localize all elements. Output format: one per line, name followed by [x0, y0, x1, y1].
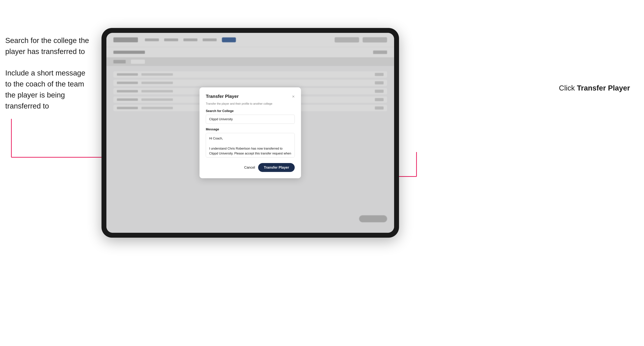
modal-header: Transfer Player ×: [206, 94, 295, 99]
close-icon[interactable]: ×: [292, 94, 295, 99]
message-label: Message: [206, 128, 295, 131]
modal-subtitle: Transfer the player and their profile to…: [206, 102, 295, 105]
modal-footer: Cancel Transfer Player: [206, 163, 295, 172]
modal-overlay: Transfer Player × Transfer the player an…: [106, 33, 394, 233]
tablet-frame: Update Roster: [102, 28, 399, 238]
message-textarea[interactable]: Hi Coach, I understand Chris Robertson h…: [206, 133, 295, 158]
annotation-search-text: Search for the college the player has tr…: [5, 35, 93, 57]
modal-title: Transfer Player: [206, 94, 239, 99]
search-college-input[interactable]: [206, 115, 295, 124]
annotation-left: Search for the college the player has tr…: [5, 35, 93, 122]
tablet-screen: Update Roster: [106, 33, 394, 233]
cancel-button[interactable]: Cancel: [244, 166, 255, 170]
annotation-right: Click Transfer Player: [559, 84, 630, 92]
transfer-player-button[interactable]: Transfer Player: [258, 163, 295, 172]
search-college-label: Search for College: [206, 109, 295, 113]
transfer-player-modal: Transfer Player × Transfer the player an…: [200, 87, 301, 178]
annotation-message-text: Include a short message to the coach of …: [5, 67, 93, 112]
